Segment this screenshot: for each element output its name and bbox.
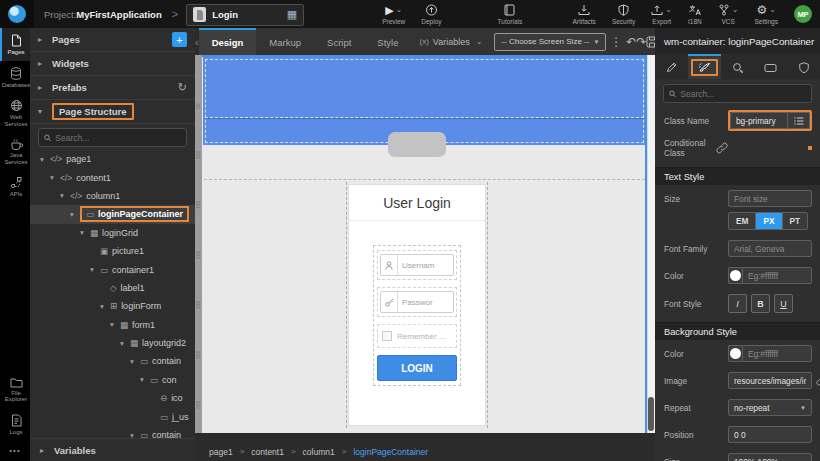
preview-chevron-icon[interactable]: ⌄ — [396, 4, 403, 16]
chevron-down-icon[interactable]: ▾ — [58, 191, 66, 200]
tree-item-column1[interactable]: ▾</>column1 — [30, 187, 195, 205]
tab-script[interactable]: Script — [314, 28, 364, 55]
rail-item-pages[interactable]: Pages — [0, 28, 30, 61]
rail-item-databases[interactable]: Databases — [0, 61, 30, 94]
chevron-down-icon[interactable]: ▾ — [128, 431, 136, 438]
italic-button[interactable]: I — [728, 294, 747, 313]
page-tab-grid-icon[interactable]: ▦ — [287, 8, 297, 21]
tab-security[interactable] — [787, 54, 820, 79]
page-tab-login[interactable]: Login ▦ — [186, 4, 304, 26]
class-name-input[interactable] — [730, 112, 788, 129]
tutorials-button[interactable]: Tutorials — [490, 0, 531, 28]
add-page-button[interactable]: + — [172, 32, 187, 47]
redo-button[interactable]: ↷ — [636, 28, 646, 55]
username-input[interactable]: Usernam — [398, 261, 453, 270]
settings-chevron-icon[interactable]: ⌄ — [769, 4, 776, 16]
unit-pt-button[interactable]: PT — [783, 213, 808, 229]
chevron-down-icon[interactable]: ▾ — [128, 357, 136, 366]
background-style-section-header[interactable]: Background Style — [655, 322, 820, 340]
app-logo[interactable] — [0, 0, 34, 28]
variables-dropdown[interactable]: (x) Variables ⌄ — [411, 28, 490, 55]
text-style-section-header[interactable]: Text Style — [655, 167, 820, 185]
tab-styles[interactable] — [688, 54, 721, 79]
text-color-input[interactable] — [742, 267, 812, 284]
chevron-down-icon[interactable]: ▾ — [118, 339, 126, 348]
breadcrumb-column1[interactable]: column1 — [303, 447, 335, 457]
tree-item-contain[interactable]: ▾▭contain — [30, 352, 195, 370]
password-field-wrapper[interactable]: Passwor — [377, 287, 457, 317]
tree-item-ico[interactable]: ⊖ico — [30, 389, 195, 407]
tree-item-picture1[interactable]: ▣picture1 — [30, 242, 195, 260]
section-pages[interactable]: ▸ Pages + — [30, 28, 195, 52]
tab-style[interactable]: Style — [364, 28, 411, 55]
screen-size-select[interactable]: -- Choose Screen Size -- ▼ — [494, 33, 606, 51]
security-button[interactable]: Security — [604, 0, 643, 28]
login-page-container-canvas[interactable]: User Login Usernam — [202, 55, 647, 433]
tree-item-layoutgrid2[interactable]: ▾▦layoutgrid2 — [30, 334, 195, 352]
tab-design[interactable]: Design — [199, 28, 257, 55]
breadcrumb-page1[interactable]: page1 — [209, 447, 233, 457]
login-button[interactable]: LOGIN — [377, 355, 457, 381]
bold-button[interactable]: B — [751, 294, 770, 313]
chevron-down-icon[interactable]: ▾ — [38, 155, 46, 164]
chevron-down-icon[interactable]: ▾ — [108, 320, 116, 329]
text-color-swatch[interactable] — [728, 267, 742, 284]
i18n-button[interactable]: I18N — [680, 0, 710, 28]
bg-image-link-button[interactable] — [816, 375, 820, 386]
font-size-input[interactable] — [728, 190, 812, 207]
picture1-placeholder[interactable] — [388, 132, 446, 157]
bg-position-input[interactable] — [728, 426, 812, 443]
bg-repeat-select[interactable]: no-repeat ▼ — [728, 399, 812, 416]
rail-item-file-explorer[interactable]: File Explorer — [0, 371, 30, 408]
tree-item-loginForm[interactable]: ▾⊞loginForm — [30, 297, 195, 315]
tab-markup[interactable]: Markup — [256, 28, 314, 55]
tree-item-label1[interactable]: ◇label1 — [30, 279, 195, 297]
chevron-down-icon[interactable]: ▾ — [78, 228, 86, 237]
tab-events[interactable] — [721, 54, 754, 79]
remember-me-wrapper[interactable]: Remember ... — [377, 324, 457, 348]
bg-image-input[interactable] — [728, 372, 812, 389]
unit-em-button[interactable]: EM — [729, 213, 756, 229]
remember-checkbox[interactable] — [382, 331, 392, 341]
rail-more-icon[interactable]: ••• — [0, 440, 30, 461]
conditional-class-link-button[interactable] — [716, 142, 728, 154]
tree-item-loginPageContainer[interactable]: ▾▭loginPageContainer — [30, 205, 195, 223]
preview-button[interactable]: ▶⌄ Preview — [374, 0, 413, 28]
rail-item-apis[interactable]: APIs — [0, 170, 30, 203]
tree-item-form1[interactable]: ▾▦form1 — [30, 316, 195, 334]
login-card[interactable]: User Login Usernam — [348, 184, 486, 426]
refresh-prefabs-icon[interactable]: ↻ — [178, 81, 187, 94]
canvas-scrollbar[interactable] — [647, 55, 655, 433]
breadcrumb-loginpagecontainer[interactable]: loginPageContainer — [353, 447, 428, 457]
password-input[interactable]: Passwor — [398, 298, 453, 307]
scrollbar-thumb[interactable] — [648, 397, 654, 431]
tree-item-loginGrid[interactable]: ▾▦loginGrid — [30, 224, 195, 242]
more-options-button[interactable]: ⋮ — [610, 28, 622, 55]
export-button[interactable]: ⌄ Export — [643, 0, 680, 28]
tree-item-page1[interactable]: ▾</>page1 — [30, 150, 195, 168]
structure-search-input[interactable] — [55, 133, 181, 143]
vcs-chevron-icon[interactable]: ⌄ — [732, 4, 739, 16]
artifacts-button[interactable]: Artifacts — [564, 0, 603, 28]
rail-item-logs[interactable]: Logs — [0, 408, 30, 441]
font-family-input[interactable] — [728, 240, 812, 257]
bg-size-input[interactable] — [728, 453, 812, 461]
tab-devices[interactable] — [754, 54, 787, 79]
tree-item-con[interactable]: ▾▭con — [30, 371, 195, 389]
chevron-down-icon[interactable]: ▾ — [98, 302, 106, 311]
underline-button[interactable]: U — [774, 294, 793, 313]
section-widgets[interactable]: ▸ Widgets — [30, 52, 195, 76]
design-canvas[interactable]: 50 100 150 200 250 300 350 User Login — [195, 55, 655, 433]
login-card-column[interactable]: User Login Usernam — [346, 182, 488, 428]
tree-item-j_us[interactable]: ▭j_us — [30, 407, 195, 425]
undo-button[interactable]: ↶ — [626, 28, 636, 55]
breadcrumb-content1[interactable]: content1 — [251, 447, 284, 457]
bg-color-swatch[interactable] — [728, 345, 742, 362]
bg-color-input[interactable] — [742, 345, 812, 362]
rail-item-web-services[interactable]: Web Services — [0, 93, 30, 132]
login-form[interactable]: Usernam Passwor — [373, 245, 461, 386]
class-list-button[interactable] — [788, 112, 810, 129]
rail-item-java-services[interactable]: Java Services — [0, 132, 30, 170]
chevron-down-icon[interactable]: ▾ — [138, 375, 146, 384]
section-prefabs[interactable]: ▸ Prefabs ↻ — [30, 76, 195, 100]
